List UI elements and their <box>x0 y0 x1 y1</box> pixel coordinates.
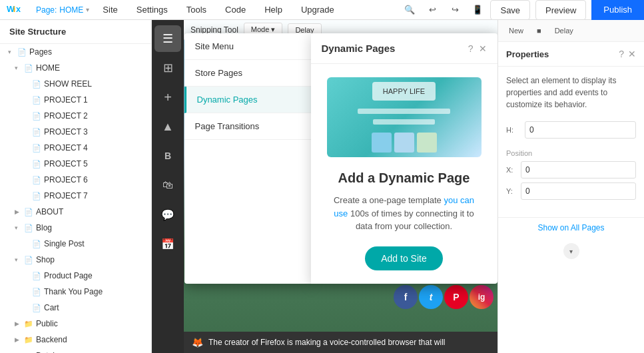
rp-toolbar: New ■ Delay <box>498 20 644 42</box>
rp-header: Properties ? ✕ <box>498 42 644 67</box>
rp-y-row: Y: <box>506 182 636 200</box>
rp-new-button[interactable]: New <box>503 24 529 37</box>
tree-item-database[interactable]: ▾ 🗃 Database <box>0 348 151 353</box>
rp-body: Select an element to display its propert… <box>498 67 644 212</box>
save-button[interactable]: Save <box>490 0 530 20</box>
tree-item-project4[interactable]: 📄 PROJECT 4 <box>0 140 151 156</box>
tree-item-singlepost[interactable]: 📄 Single Post <box>0 236 151 252</box>
showreel-icon: 📄 <box>32 80 41 89</box>
pages-sidebar-icon[interactable]: ☰ <box>155 25 181 52</box>
add-apps-sidebar-icon[interactable]: ⊞ <box>155 55 181 81</box>
tree-item-public[interactable]: ▶ 📁 Public <box>0 316 151 332</box>
dp-close-icon[interactable]: ✕ <box>479 43 487 54</box>
dp-header-actions: ? ✕ <box>468 43 487 54</box>
project2-label: PROJECT 2 <box>44 111 146 121</box>
rp-delay-button[interactable]: Delay <box>549 24 579 37</box>
dp-help-icon[interactable]: ? <box>468 43 474 54</box>
preview-button[interactable]: Preview <box>535 0 586 20</box>
cart-label: Cart <box>44 303 146 312</box>
publish-button[interactable]: Publish <box>591 0 644 20</box>
tree-item-home[interactable]: ▾ 📄 HOME <box>0 60 151 76</box>
dp-link[interactable]: you can use <box>334 195 474 218</box>
home-label: HOME <box>36 63 146 73</box>
mobile-icon[interactable]: 📱 <box>468 0 487 20</box>
search-icon[interactable]: 🔍 <box>400 0 420 20</box>
about-label: ABOUT <box>36 207 146 216</box>
logo: W i x <box>0 5 32 15</box>
nav-site[interactable]: Site <box>93 0 127 20</box>
site-menu-panel: Site Menu Store Pages Dynamic Pages Page… <box>184 33 311 284</box>
rp-position-section: Position X: Y: <box>506 149 636 200</box>
site-structure-panel: Site Structure ▾ 📄 Pages ▾ 📄 HOME 📄 SHOW… <box>0 20 152 353</box>
project6-label: PROJECT 6 <box>44 175 146 184</box>
expand-arrow-icon: ▾ <box>8 49 16 55</box>
preview-inner: HAPPY LIFE <box>327 77 482 157</box>
events-sidebar-icon[interactable]: 📅 <box>155 230 181 257</box>
rp-y-input[interactable] <box>521 182 636 200</box>
menu-item-dynamic-pages[interactable]: Dynamic Pages <box>184 87 311 113</box>
rp-help-icon[interactable]: ? <box>619 49 624 59</box>
media-sidebar-icon[interactable]: ▲ <box>155 113 181 140</box>
nav-help[interactable]: Help <box>255 0 292 20</box>
tree-item-backend[interactable]: ▶ 📁 Backend <box>0 332 151 348</box>
chevron-down-icon: ▾ <box>86 6 89 13</box>
tree-item-project1[interactable]: 📄 PROJECT 1 <box>0 92 151 108</box>
tree-item-project5[interactable]: 📄 PROJECT 5 <box>0 156 151 172</box>
add-element-sidebar-icon[interactable]: + <box>155 84 181 111</box>
pages-folder-icon: 📄 <box>17 48 27 57</box>
project4-label: PROJECT 4 <box>44 143 146 153</box>
svg-text:i: i <box>13 5 15 14</box>
project3-label: PROJECT 3 <box>44 127 146 137</box>
tree-item-project2[interactable]: 📄 PROJECT 2 <box>0 108 151 124</box>
project1-label: PROJECT 1 <box>44 95 146 105</box>
rp-close-icon[interactable]: ✕ <box>628 49 636 59</box>
redo-icon[interactable]: ↪ <box>445 0 465 20</box>
rp-modes-icon[interactable]: ■ <box>531 24 547 37</box>
store-sidebar-icon[interactable]: 🛍 <box>155 172 181 198</box>
rp-h-input[interactable] <box>525 121 636 139</box>
tree-item-productpage[interactable]: 📄 Product Page <box>0 268 151 284</box>
show-on-all-pages-button[interactable]: Show on All Pages <box>498 217 644 238</box>
showreel-label: SHOW REEL <box>44 79 146 89</box>
topbar-actions: 🔍 ↩ ↪ 📱 Save Preview Publish <box>400 0 644 20</box>
page-label-text: Page: <box>36 5 57 15</box>
tree-item-blog[interactable]: ▾ 📄 Blog <box>0 220 151 236</box>
tree-item-thankyoupage[interactable]: 📄 Thank You Page <box>0 284 151 300</box>
properties-panel: New ■ Delay Properties ? ✕ Select an ele… <box>497 20 644 353</box>
blog-sidebar-icon[interactable]: B <box>155 143 181 169</box>
menu-item-site-menu[interactable]: Site Menu <box>184 33 311 60</box>
rp-x-input[interactable] <box>521 161 636 178</box>
nav-tools[interactable]: Tools <box>177 0 216 20</box>
menu-item-store-pages[interactable]: Store Pages <box>184 60 311 87</box>
productpage-label: Product Page <box>44 271 146 280</box>
rp-h-label: H: <box>506 126 519 134</box>
nav-upgrade[interactable]: Upgrade <box>292 0 344 20</box>
tree-item-cart[interactable]: 📄 Cart <box>0 300 151 316</box>
rp-header-title: Properties <box>506 49 549 59</box>
dynamic-pages-panel: Dynamic Pages ? ✕ HAPPY LIFE <box>311 33 497 284</box>
tree-item-shop[interactable]: ▾ 📄 Shop <box>0 252 151 268</box>
tree-item-project7[interactable]: 📄 PROJECT 7 <box>0 188 151 204</box>
page-name[interactable]: HOME <box>59 5 83 15</box>
rp-header-actions: ? ✕ <box>619 49 636 59</box>
canvas-area: Snipping Tool Mode ▾ Delay m o r e f t P… <box>184 20 497 353</box>
blog-label: Blog <box>36 223 146 232</box>
rp-h-row: H: <box>506 121 636 139</box>
menu-item-page-transitions[interactable]: Page Transitions <box>184 113 311 140</box>
dp-preview-image: HAPPY LIFE <box>327 77 482 157</box>
dp-add-title: Add a Dynamic Page <box>327 171 482 186</box>
nav-code[interactable]: Code <box>216 0 255 20</box>
collapse-button[interactable]: ▾ <box>563 243 579 259</box>
tree-item-about[interactable]: ▶ 📄 ABOUT <box>0 204 151 220</box>
undo-icon[interactable]: ↩ <box>422 0 442 20</box>
tree-pages-section[interactable]: ▾ 📄 Pages <box>0 44 151 60</box>
rp-y-label: Y: <box>506 187 517 195</box>
comments-sidebar-icon[interactable]: 💬 <box>155 201 181 228</box>
add-to-site-button[interactable]: Add to Site <box>365 246 443 270</box>
tree-item-showreel[interactable]: 📄 SHOW REEL <box>0 76 151 92</box>
tree-item-project3[interactable]: 📄 PROJECT 3 <box>0 124 151 140</box>
public-label: Public <box>36 319 146 328</box>
home-page-icon: 📄 <box>24 64 33 73</box>
nav-settings[interactable]: Settings <box>127 0 177 20</box>
tree-item-project6[interactable]: 📄 PROJECT 6 <box>0 172 151 188</box>
